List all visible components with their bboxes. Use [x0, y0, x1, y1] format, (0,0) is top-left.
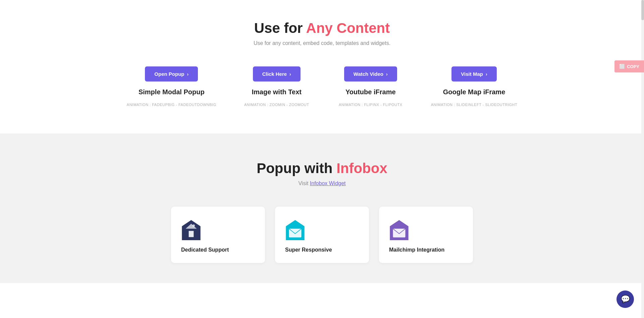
infobox-card-3: Mailchimp Integration: [379, 207, 473, 263]
svg-rect-1: [189, 231, 194, 237]
card-item-3: Watch Video › Youtube iFrame ANIMATION :…: [337, 66, 404, 107]
section2-subheading-prefix: Visit: [298, 180, 310, 186]
chevron-right-icon-4: ›: [486, 71, 487, 77]
card-title-4: Google Map iFrame: [443, 88, 505, 96]
copy-button[interactable]: ⬜ COPY: [614, 60, 644, 72]
card-animation-4: ANIMATION : SLIDEINLEFT - SLIDEOUTRIGHT: [431, 103, 517, 107]
card-title-3: Youtube iFrame: [345, 88, 396, 96]
cards-row: Open Popup › Simple Modal Popup ANIMATIO…: [0, 66, 644, 107]
watch-video-button[interactable]: Watch Video ›: [344, 66, 397, 82]
envelope-icon: [285, 220, 305, 240]
chat-icon: 💬: [621, 295, 630, 304]
scrollbar-thumb[interactable]: [641, 0, 644, 20]
card-item-2: Click Here › Image with Text ANIMATION :…: [243, 66, 310, 107]
card-animation-1: ANIMATION : FADEUPBIG - FADEOUTDOWNBIG: [127, 103, 216, 107]
infobox-card-title-3: Mailchimp Integration: [389, 247, 444, 253]
svg-point-3: [193, 224, 195, 227]
infobox-card-2: Super Responsive: [275, 207, 369, 263]
open-popup-button[interactable]: Open Popup ›: [145, 66, 198, 82]
copy-icon: ⬜: [619, 64, 625, 69]
section2-heading-normal: Popup with: [257, 160, 336, 176]
section1-heading-highlight: Any Content: [306, 20, 390, 36]
section1-heading: Use for Any Content: [0, 20, 644, 36]
copy-label: COPY: [627, 64, 639, 69]
scrollbar[interactable]: [641, 0, 644, 318]
click-here-label: Click Here: [262, 71, 287, 77]
section1-heading-normal: Use for: [254, 20, 306, 36]
card-animation-2: ANIMATION : ZOOMIN - ZOOMOUT: [244, 103, 309, 107]
watch-video-label: Watch Video: [354, 71, 383, 77]
chevron-right-icon-3: ›: [386, 71, 388, 77]
section2-subheading: Visit Infobox Widget: [0, 180, 644, 187]
visit-map-button[interactable]: Visit Map ›: [451, 66, 496, 82]
infobox-card-title-2: Super Responsive: [285, 247, 332, 253]
any-content-section: Use for Any Content Use for any content,…: [0, 0, 644, 134]
card-title-2: Image with Text: [252, 88, 302, 96]
section2-heading: Popup with Infobox: [0, 160, 644, 176]
infobox-card-1: Dedicated Support: [171, 207, 265, 263]
chevron-right-icon-2: ›: [289, 71, 291, 77]
envelope-purple-icon: [389, 220, 409, 240]
house-icon: [181, 220, 201, 240]
infobox-widget-link[interactable]: Infobox Widget: [310, 180, 346, 186]
infobox-card-title-1: Dedicated Support: [181, 247, 229, 253]
infobox-section: Popup with Infobox Visit Infobox Widget …: [0, 134, 644, 283]
section1-subheading: Use for any content, embed code, templat…: [0, 40, 644, 46]
card-item-4: Visit Map › Google Map iFrame ANIMATION …: [431, 66, 517, 107]
open-popup-label: Open Popup: [154, 71, 184, 77]
chat-bubble-button[interactable]: 💬: [616, 290, 634, 308]
chevron-right-icon: ›: [187, 71, 189, 77]
card-item-1: Open Popup › Simple Modal Popup ANIMATIO…: [127, 66, 216, 107]
section2-heading-highlight: Infobox: [336, 160, 387, 176]
card-animation-3: ANIMATION : FLIPINX - FLIPOUTX: [339, 103, 402, 107]
click-here-button[interactable]: Click Here ›: [253, 66, 301, 82]
visit-map-label: Visit Map: [461, 71, 483, 77]
infobox-cards-row: Dedicated Support Super Responsive Mailc…: [0, 207, 644, 263]
svg-marker-0: [182, 220, 200, 240]
card-title-1: Simple Modal Popup: [139, 88, 205, 96]
